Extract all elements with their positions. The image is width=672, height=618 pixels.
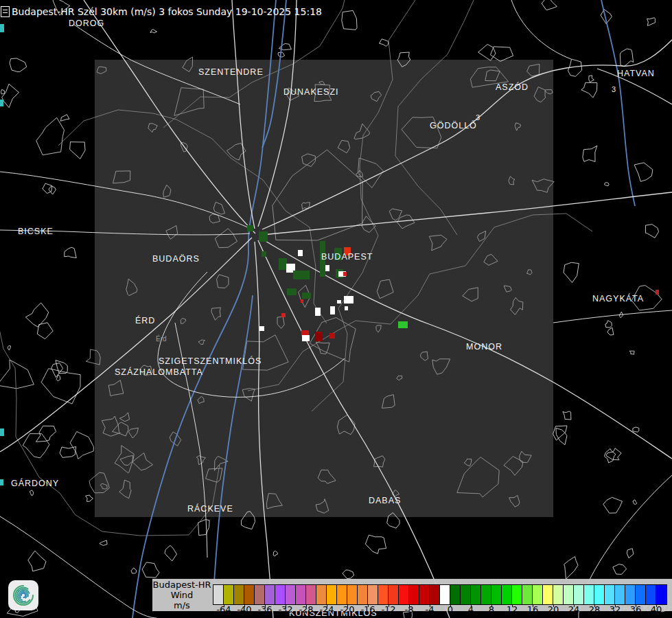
- road-number-label: 3: [612, 85, 616, 93]
- legend-tick-label: -24: [319, 604, 334, 615]
- radar-echo: [259, 326, 264, 331]
- legend-color-cell: [564, 585, 574, 604]
- legend-color-cell: [419, 585, 430, 604]
- legend-color-cell: [656, 585, 667, 604]
- radar-app-window: DOROGSZENTENDREDUNAKESZIASZÓDGÖDÖLLŐHATV…: [0, 0, 672, 618]
- radar-echo: [344, 296, 354, 304]
- legend-tick-label: -8: [405, 604, 414, 615]
- legend-color-bar: [213, 584, 667, 605]
- legend-color-cell: [450, 585, 461, 604]
- radar-echo: [281, 313, 286, 317]
- legend-color-cell: [461, 585, 471, 604]
- city-label: DUNAKESZI: [283, 87, 339, 97]
- legend-color-cell: [347, 585, 358, 604]
- radar-echo: [343, 272, 347, 276]
- legend-tick-label: 0: [448, 604, 453, 615]
- legend-tick-label: -32: [278, 604, 292, 615]
- legend-tick-label: -40: [237, 604, 251, 615]
- legend-color-cell: [543, 585, 553, 604]
- legend-color-cell: [471, 585, 481, 604]
- radar-echo: [247, 225, 253, 231]
- legend-color-cell: [553, 585, 564, 604]
- legend-color-cell: [316, 585, 327, 604]
- legend-color-cell: [430, 585, 440, 604]
- city-label: HATVAN: [617, 69, 655, 78]
- legend-tick-label: 20: [548, 604, 559, 615]
- legend-color-cell: [615, 585, 625, 604]
- legend-color-cell: [491, 585, 502, 604]
- legend-color-cell: [574, 585, 584, 604]
- radar-echo: [345, 306, 348, 310]
- radar-echo: [330, 306, 335, 314]
- legend-color-cell: [389, 585, 399, 604]
- radar-echo: [287, 288, 297, 295]
- legend-tick-label: -64: [216, 604, 231, 615]
- legend-quantity-label: Wind: [152, 590, 211, 600]
- radar-echo: [0, 428, 4, 436]
- city-label: ÉRD: [135, 315, 155, 325]
- legend-tick-label: 36: [630, 604, 642, 615]
- page-title: Budapest-HR Szél 30km (m/s) 3 fokos Sund…: [12, 6, 322, 17]
- legend-color-cell: [399, 585, 409, 604]
- legend-caption: Budapest-HR Wind m/s: [152, 580, 211, 610]
- city-label: BICSKE: [18, 227, 54, 236]
- legend-color-cell: [594, 585, 605, 604]
- road-number-label: 3: [476, 113, 480, 122]
- radar-echo: [301, 299, 303, 303]
- legend-color-cell: [337, 585, 347, 604]
- legend-tick-label: 32: [610, 604, 621, 615]
- city-label: DABAS: [369, 496, 401, 505]
- legend-color-cell: [234, 585, 244, 604]
- legend-tick-label: -36: [257, 604, 272, 615]
- radar-map-canvas: DOROGSZENTENDREDUNAKESZIASZÓDGÖDÖLLŐHATV…: [0, 0, 672, 618]
- radar-echo: [398, 321, 408, 328]
- legend-tick-label: -20: [340, 604, 354, 615]
- city-label: DOROG: [69, 19, 104, 28]
- radar-echo: [325, 265, 329, 271]
- legend-source-label: Budapest-HR: [152, 580, 211, 590]
- city-label: NAGYKÁTA: [592, 293, 644, 304]
- legend-color-cell: [636, 585, 646, 604]
- legend-color-cell: [358, 585, 368, 604]
- legend-color-cell: [512, 585, 522, 604]
- legend-color-cell: [481, 585, 491, 604]
- radar-echo: [329, 333, 335, 339]
- legend-color-cell: [440, 585, 450, 604]
- legend-color-cell: [605, 585, 615, 604]
- radar-echo: [279, 258, 287, 270]
- radar-echo: [262, 251, 266, 257]
- legend-tick-label: -16: [360, 604, 375, 615]
- legend-tick-label: 28: [589, 604, 601, 615]
- radar-echo: [302, 293, 311, 299]
- legend-color-cell: [409, 585, 419, 604]
- title-icon: [1, 6, 10, 17]
- legend-color-cell: [275, 585, 286, 604]
- radar-echo: [656, 290, 659, 295]
- radar-echo: [315, 308, 321, 316]
- radar-echo: [293, 271, 310, 279]
- legend-color-cell: [368, 585, 378, 604]
- legend-color-cell: [224, 585, 234, 604]
- legend-tick-label: -28: [299, 604, 313, 615]
- legend-tick-label: -12: [381, 604, 395, 615]
- legend-color-cell: [584, 585, 594, 604]
- radar-echo: [315, 332, 323, 341]
- city-label: BUDAÖRS: [152, 254, 200, 264]
- legend-color-cell: [265, 585, 275, 604]
- city-label: MONOR: [466, 342, 502, 352]
- legend-color-cell: [255, 585, 265, 604]
- radar-echo: [259, 231, 268, 242]
- legend-color-cell: [522, 585, 533, 604]
- radar-echo: [298, 250, 303, 256]
- city-label: ASZÓD: [496, 82, 529, 92]
- legend-color-cell: [327, 585, 337, 604]
- wind-color-legend: Budapest-HR Wind m/s -64-40-36-32-28-24-…: [152, 579, 672, 611]
- legend-tick-label: 8: [489, 604, 494, 615]
- legend-color-cell: [286, 585, 296, 604]
- radar-echo: [337, 300, 341, 304]
- city-label: GÁRDONY: [11, 478, 59, 488]
- legend-tick-label: 24: [568, 604, 580, 615]
- radar-echo: [0, 100, 3, 106]
- legend-tick-label: 4: [468, 604, 474, 615]
- radar-coverage-area: [95, 60, 553, 517]
